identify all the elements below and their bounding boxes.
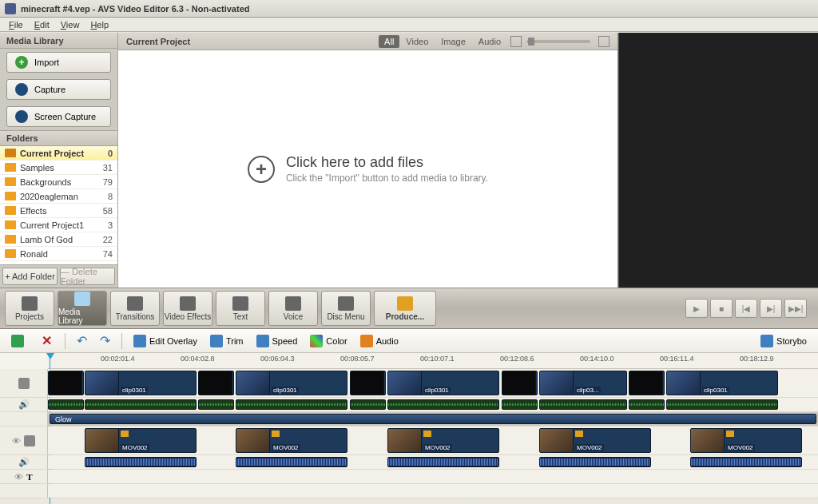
video-clip[interactable] <box>48 371 84 395</box>
speaker-icon[interactable]: 🔊 <box>18 457 30 467</box>
zoom-slider[interactable] <box>526 40 590 43</box>
audio-clip[interactable] <box>502 399 538 410</box>
timeline-ruler[interactable]: 00:02:01.400:04:02.800:06:04.300:08:05.7… <box>48 353 818 369</box>
mode-voice[interactable]: Voice <box>268 291 318 326</box>
clip-name: MOV002 <box>272 444 300 451</box>
overlay-audio-clip[interactable] <box>690 457 802 467</box>
overlay-audio-clip[interactable] <box>85 457 197 467</box>
overlay-track-body[interactable]: MOV002MOV002MOV002MOV002MOV002 <box>48 427 818 454</box>
mode-projects[interactable]: Projects <box>5 291 54 326</box>
mode-video-effects[interactable]: Video Effects <box>163 291 212 326</box>
import-button[interactable]: + Import <box>6 52 111 73</box>
movie-icon <box>121 431 129 437</box>
delete-button[interactable]: ✕ <box>35 331 58 350</box>
add-files-icon[interactable]: + <box>248 156 275 183</box>
audio-track-body[interactable] <box>48 398 818 411</box>
clip-thumb <box>49 371 82 395</box>
audio-clip[interactable] <box>198 399 234 410</box>
video-clip[interactable]: clip0301 <box>85 371 197 395</box>
audio-clip[interactable] <box>236 399 347 410</box>
folder-row[interactable]: Lamb Of God22 <box>0 232 117 247</box>
video-clip[interactable] <box>198 371 234 395</box>
folder-row[interactable]: Samples31 <box>0 161 117 175</box>
overlay-clip[interactable]: MOV002 <box>387 428 499 453</box>
fx-track-body[interactable]: Glow <box>48 412 818 426</box>
mode-label: Text <box>233 312 248 321</box>
color-button[interactable]: Color <box>305 332 351 350</box>
filter-all[interactable]: All <box>379 35 399 48</box>
audio-clip[interactable] <box>85 399 197 410</box>
split-button[interactable] <box>6 332 32 350</box>
overlay-clip[interactable]: MOV002 <box>85 428 197 453</box>
video-clip[interactable] <box>350 371 386 395</box>
play-button[interactable]: ▶ <box>685 299 708 318</box>
prev-button[interactable]: |◀ <box>735 299 757 318</box>
mode-transitions[interactable]: Transitions <box>110 291 160 326</box>
redo-button[interactable]: ↷ <box>95 331 115 351</box>
menu-view[interactable]: View <box>55 18 85 31</box>
library-empty-area[interactable]: + Click here to add files Click the "Imp… <box>118 50 617 288</box>
speed-button[interactable]: Speed <box>252 332 303 350</box>
waveform <box>85 400 196 409</box>
folder-row[interactable]: Current Project13 <box>0 218 117 232</box>
folder-row[interactable]: Current Project0 <box>0 146 117 161</box>
mode-disc-menu[interactable]: Disc Menu <box>321 291 371 326</box>
trim-button[interactable]: Trim <box>205 332 248 350</box>
clip-thumb <box>540 371 574 395</box>
screen-capture-button[interactable]: Screen Capture <box>6 106 111 127</box>
fx-clip[interactable]: Glow <box>50 414 816 424</box>
video-track-icon <box>18 378 30 389</box>
audio-button[interactable]: Audio <box>355 332 403 350</box>
overlay-clip[interactable]: MOV002 <box>539 428 651 453</box>
folder-row[interactable]: Effects58 <box>0 204 117 218</box>
audio-clip[interactable] <box>539 399 627 410</box>
zoom-in-icon[interactable] <box>598 36 610 47</box>
audio-clip[interactable] <box>666 399 778 410</box>
capture-button[interactable]: Capture <box>6 79 111 100</box>
folder-name: Lamb Of God <box>20 235 103 244</box>
video-track-body[interactable]: clip0301clip0301clip0301clip03...clip030… <box>48 369 818 397</box>
video-clip[interactable] <box>502 371 538 395</box>
menu-edit[interactable]: Edit <box>29 18 55 31</box>
folder-row[interactable]: Ronald74 <box>0 247 117 261</box>
audio-clip[interactable] <box>350 399 386 410</box>
eye-icon[interactable]: 👁 <box>14 472 23 482</box>
audio-clip[interactable] <box>629 399 665 410</box>
clip-thumb <box>667 371 701 395</box>
video-clip[interactable]: clip0301 <box>236 371 347 395</box>
end-button[interactable]: ▶▶| <box>784 299 807 318</box>
folder-row[interactable]: Backgrounds79 <box>0 175 117 189</box>
mode-produce-[interactable]: Produce... <box>374 291 436 326</box>
undo-button[interactable]: ↶ <box>72 331 92 351</box>
zoom-out-icon[interactable] <box>510 36 522 47</box>
mode-media-library[interactable]: Media Library <box>58 291 107 326</box>
overlay-audio-clip[interactable] <box>236 457 347 467</box>
overlay-audio-body[interactable] <box>48 455 818 469</box>
audio-clip[interactable] <box>387 399 499 410</box>
video-clip[interactable]: clip0301 <box>666 371 778 395</box>
menu-file[interactable]: File <box>3 18 29 31</box>
overlay-clip[interactable]: MOV002 <box>690 428 802 453</box>
video-clip[interactable]: clip03... <box>539 371 627 395</box>
filter-audio[interactable]: Audio <box>472 35 507 48</box>
edit-overlay-button[interactable]: Edit Overlay <box>129 332 202 350</box>
filter-video[interactable]: Video <box>399 35 435 48</box>
mode-text[interactable]: Text <box>216 291 265 326</box>
storyboard-button[interactable]: Storybo <box>756 332 812 350</box>
folder-row[interactable]: 2020eagleman8 <box>0 189 117 204</box>
extra-track <box>0 484 818 498</box>
menu-help[interactable]: Help <box>85 18 114 31</box>
audio-clip[interactable] <box>48 399 84 410</box>
speaker-icon[interactable]: 🔊 <box>18 399 30 410</box>
video-clip[interactable] <box>629 371 665 395</box>
overlay-audio-clip[interactable] <box>539 457 651 467</box>
add-folder-button[interactable]: + Add Folder <box>2 268 58 285</box>
next-button[interactable]: ▶| <box>760 299 782 318</box>
stop-button[interactable]: ■ <box>710 299 733 318</box>
text-track-body[interactable] <box>48 470 818 483</box>
overlay-audio-clip[interactable] <box>387 457 499 467</box>
overlay-clip[interactable]: MOV002 <box>236 428 347 453</box>
video-clip[interactable]: clip0301 <box>387 371 499 395</box>
filter-image[interactable]: Image <box>435 35 472 48</box>
eye-icon[interactable]: 👁 <box>12 436 21 446</box>
